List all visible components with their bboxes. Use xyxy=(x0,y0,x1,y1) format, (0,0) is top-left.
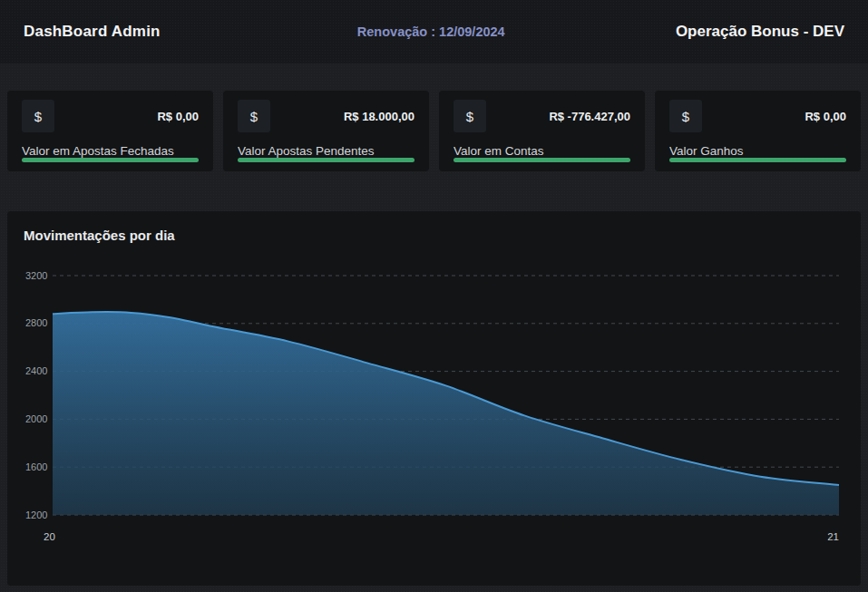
dollar-icon: $ xyxy=(669,100,702,132)
stat-card-pending-bets: $ R$ 18.000,00 Valor Apostas Pendentes xyxy=(223,91,429,171)
stat-label: Valor em Apostas Fechadas xyxy=(22,144,199,158)
stat-card-top-row: $ R$ -776.427,00 xyxy=(454,100,630,132)
svg-text:2000: 2000 xyxy=(25,413,47,424)
svg-text:1200: 1200 xyxy=(25,510,47,520)
stat-label: Valor Ganhos xyxy=(669,144,846,158)
dollar-glyph: $ xyxy=(466,109,473,124)
dollar-icon: $ xyxy=(22,100,54,132)
stat-card-top-row: $ R$ 0,00 xyxy=(669,100,846,132)
progress-bar xyxy=(454,158,630,162)
dollar-glyph: $ xyxy=(34,109,42,124)
top-bar: DashBoard Admin Renovação : 12/09/2024 O… xyxy=(0,0,868,63)
chart-card: Movimentações por dia 320028002400200016… xyxy=(7,211,861,586)
svg-text:20: 20 xyxy=(44,531,55,542)
chart-title: Movimentações por dia xyxy=(22,228,846,243)
dollar-glyph: $ xyxy=(682,109,689,124)
app-title: DashBoard Admin xyxy=(24,23,161,41)
stat-value: R$ 0,00 xyxy=(157,110,199,123)
stat-label: Valor Apostas Pendentes xyxy=(238,144,414,158)
area-fill xyxy=(53,312,839,515)
stat-card-top-row: $ R$ 0,00 xyxy=(22,100,199,132)
stat-value: R$ 18.000,00 xyxy=(344,110,414,123)
stat-cards: $ R$ 0,00 Valor em Apostas Fechadas $ R$… xyxy=(7,91,861,171)
movements-chart: 3200280024002000160012002021 xyxy=(22,252,846,551)
svg-text:2800: 2800 xyxy=(25,317,47,328)
area-chart-svg: 3200280024002000160012002021 xyxy=(22,252,846,551)
svg-text:3200: 3200 xyxy=(25,270,47,281)
dollar-icon: $ xyxy=(238,100,270,132)
stat-card-earnings: $ R$ 0,00 Valor Ganhos xyxy=(655,91,861,171)
stat-card-top-row: $ R$ 18.000,00 xyxy=(238,100,414,132)
stat-card-closed-bets: $ R$ 0,00 Valor em Apostas Fechadas xyxy=(7,91,213,171)
renewal-date: Renovação : 12/09/2024 xyxy=(357,24,505,39)
stat-card-accounts-value: $ R$ -776.427,00 Valor em Contas xyxy=(439,91,645,171)
progress-bar xyxy=(22,158,199,162)
svg-text:1600: 1600 xyxy=(25,461,47,472)
svg-text:2400: 2400 xyxy=(25,365,47,376)
svg-text:21: 21 xyxy=(827,531,839,542)
operation-title: Operação Bonus - DEV xyxy=(676,23,844,41)
progress-bar xyxy=(238,158,414,162)
stat-value: R$ -776.427,00 xyxy=(549,110,630,123)
progress-bar xyxy=(669,158,846,162)
stat-label: Valor em Contas xyxy=(454,144,630,158)
dollar-icon: $ xyxy=(454,100,486,132)
stat-value: R$ 0,00 xyxy=(805,110,846,123)
dollar-glyph: $ xyxy=(250,109,258,124)
